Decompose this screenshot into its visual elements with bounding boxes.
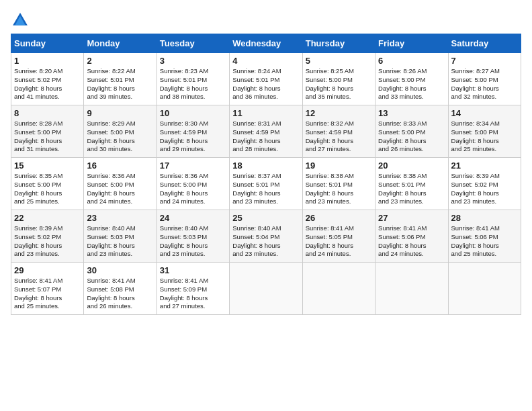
cell-info: Sunrise: 8:40 AMSunset: 5:03 PMDaylight:… (160, 224, 226, 259)
week-row-3: 15Sunrise: 8:35 AMSunset: 5:00 PMDayligh… (11, 158, 521, 210)
cell-info: Sunrise: 8:31 AMSunset: 4:59 PMDaylight:… (232, 120, 299, 154)
cell-info: Sunrise: 8:38 AMSunset: 5:01 PMDaylight:… (378, 172, 445, 206)
day-number: 14 (451, 108, 518, 118)
cell-info: Sunrise: 8:36 AMSunset: 5:00 PMDaylight:… (87, 172, 153, 206)
weekday-friday: Friday (375, 34, 448, 53)
calendar-cell: 30Sunrise: 8:41 AMSunset: 5:08 PMDayligh… (84, 263, 157, 315)
day-number: 4 (232, 56, 299, 66)
calendar-cell: 3Sunrise: 8:23 AMSunset: 5:01 PMDaylight… (157, 53, 229, 105)
week-row-2: 8Sunrise: 8:28 AMSunset: 5:00 PMDaylight… (11, 105, 521, 158)
calendar-cell: 4Sunrise: 8:24 AMSunset: 5:01 PMDaylight… (230, 53, 302, 105)
calendar-table: SundayMondayTuesdayWednesdayThursdayFrid… (11, 34, 521, 315)
cell-info: Sunrise: 8:41 AMSunset: 5:06 PMDaylight:… (378, 224, 445, 259)
weekday-sunday: Sunday (11, 34, 84, 53)
calendar-cell: 26Sunrise: 8:41 AMSunset: 5:05 PMDayligh… (302, 210, 375, 263)
week-row-4: 22Sunrise: 8:39 AMSunset: 5:02 PMDayligh… (11, 210, 521, 263)
weekday-header: SundayMondayTuesdayWednesdayThursdayFrid… (11, 34, 521, 53)
calendar-cell: 6Sunrise: 8:26 AMSunset: 5:00 PMDaylight… (375, 53, 448, 105)
logo-icon (11, 11, 30, 30)
calendar-cell: 17Sunrise: 8:36 AMSunset: 5:00 PMDayligh… (157, 158, 229, 210)
day-number: 9 (87, 108, 153, 118)
calendar-cell: 8Sunrise: 8:28 AMSunset: 5:00 PMDaylight… (11, 105, 84, 158)
calendar-cell: 14Sunrise: 8:34 AMSunset: 5:00 PMDayligh… (448, 105, 521, 158)
day-number: 13 (378, 108, 445, 118)
calendar-cell: 28Sunrise: 8:41 AMSunset: 5:06 PMDayligh… (448, 210, 521, 263)
day-number: 3 (160, 56, 226, 66)
weekday-monday: Monday (84, 34, 157, 53)
day-number: 28 (451, 213, 518, 223)
cell-info: Sunrise: 8:28 AMSunset: 5:00 PMDaylight:… (14, 120, 81, 154)
calendar-cell (230, 263, 302, 315)
day-number: 22 (14, 213, 81, 223)
calendar-cell (448, 263, 521, 315)
calendar-cell: 15Sunrise: 8:35 AMSunset: 5:00 PMDayligh… (11, 158, 84, 210)
calendar-cell: 10Sunrise: 8:30 AMSunset: 4:59 PMDayligh… (157, 105, 229, 158)
calendar-cell: 29Sunrise: 8:41 AMSunset: 5:07 PMDayligh… (11, 263, 84, 315)
cell-info: Sunrise: 8:37 AMSunset: 5:01 PMDaylight:… (232, 172, 299, 206)
calendar-cell: 5Sunrise: 8:25 AMSunset: 5:00 PMDaylight… (302, 53, 375, 105)
day-number: 11 (232, 108, 299, 118)
day-number: 18 (232, 161, 299, 171)
day-number: 15 (14, 161, 81, 171)
cell-info: Sunrise: 8:23 AMSunset: 5:01 PMDaylight:… (160, 67, 226, 101)
calendar-cell: 25Sunrise: 8:40 AMSunset: 5:04 PMDayligh… (230, 210, 302, 263)
cell-info: Sunrise: 8:26 AMSunset: 5:00 PMDaylight:… (378, 67, 445, 101)
cell-info: Sunrise: 8:39 AMSunset: 5:02 PMDaylight:… (451, 172, 518, 206)
calendar-cell: 21Sunrise: 8:39 AMSunset: 5:02 PMDayligh… (448, 158, 521, 210)
cell-info: Sunrise: 8:25 AMSunset: 5:00 PMDaylight:… (306, 67, 372, 101)
day-number: 20 (378, 161, 445, 171)
calendar-cell (302, 263, 375, 315)
calendar-cell: 22Sunrise: 8:39 AMSunset: 5:02 PMDayligh… (11, 210, 84, 263)
page-container: SundayMondayTuesdayWednesdayThursdayFrid… (0, 0, 532, 320)
cell-info: Sunrise: 8:41 AMSunset: 5:05 PMDaylight:… (306, 224, 372, 259)
day-number: 30 (87, 265, 153, 275)
cell-info: Sunrise: 8:24 AMSunset: 5:01 PMDaylight:… (232, 67, 299, 101)
cell-info: Sunrise: 8:36 AMSunset: 5:00 PMDaylight:… (160, 172, 226, 206)
weekday-saturday: Saturday (448, 34, 521, 53)
calendar-cell: 9Sunrise: 8:29 AMSunset: 5:00 PMDaylight… (84, 105, 157, 158)
calendar-cell: 7Sunrise: 8:27 AMSunset: 5:00 PMDaylight… (448, 53, 521, 105)
day-number: 23 (87, 213, 153, 223)
calendar-cell: 27Sunrise: 8:41 AMSunset: 5:06 PMDayligh… (375, 210, 448, 263)
cell-info: Sunrise: 8:35 AMSunset: 5:00 PMDaylight:… (14, 172, 81, 206)
weekday-wednesday: Wednesday (230, 34, 302, 53)
day-number: 25 (232, 213, 299, 223)
week-row-1: 1Sunrise: 8:20 AMSunset: 5:02 PMDaylight… (11, 53, 521, 105)
day-number: 8 (14, 108, 81, 118)
day-number: 21 (451, 161, 518, 171)
calendar-cell: 2Sunrise: 8:22 AMSunset: 5:01 PMDaylight… (84, 53, 157, 105)
day-number: 5 (306, 56, 372, 66)
day-number: 19 (306, 161, 372, 171)
calendar-cell: 16Sunrise: 8:36 AMSunset: 5:00 PMDayligh… (84, 158, 157, 210)
cell-info: Sunrise: 8:39 AMSunset: 5:02 PMDaylight:… (14, 224, 81, 259)
calendar-cell: 1Sunrise: 8:20 AMSunset: 5:02 PMDaylight… (11, 53, 84, 105)
weekday-tuesday: Tuesday (157, 34, 229, 53)
day-number: 6 (378, 56, 445, 66)
day-number: 29 (14, 265, 81, 275)
cell-info: Sunrise: 8:40 AMSunset: 5:03 PMDaylight:… (87, 224, 153, 259)
cell-info: Sunrise: 8:38 AMSunset: 5:01 PMDaylight:… (306, 172, 372, 206)
cell-info: Sunrise: 8:41 AMSunset: 5:09 PMDaylight:… (160, 277, 226, 311)
cell-info: Sunrise: 8:20 AMSunset: 5:02 PMDaylight:… (14, 67, 81, 101)
calendar-cell: 24Sunrise: 8:40 AMSunset: 5:03 PMDayligh… (157, 210, 229, 263)
cell-info: Sunrise: 8:29 AMSunset: 5:00 PMDaylight:… (87, 120, 153, 154)
weekday-thursday: Thursday (302, 34, 375, 53)
calendar-cell: 20Sunrise: 8:38 AMSunset: 5:01 PMDayligh… (375, 158, 448, 210)
calendar-body: 1Sunrise: 8:20 AMSunset: 5:02 PMDaylight… (11, 53, 521, 315)
day-number: 26 (306, 213, 372, 223)
calendar-cell: 11Sunrise: 8:31 AMSunset: 4:59 PMDayligh… (230, 105, 302, 158)
day-number: 16 (87, 161, 153, 171)
calendar-cell (375, 263, 448, 315)
cell-info: Sunrise: 8:32 AMSunset: 4:59 PMDaylight:… (306, 120, 372, 154)
cell-info: Sunrise: 8:30 AMSunset: 4:59 PMDaylight:… (160, 120, 226, 154)
cell-info: Sunrise: 8:40 AMSunset: 5:04 PMDaylight:… (232, 224, 299, 259)
cell-info: Sunrise: 8:41 AMSunset: 5:07 PMDaylight:… (14, 277, 81, 311)
calendar-cell: 31Sunrise: 8:41 AMSunset: 5:09 PMDayligh… (157, 263, 229, 315)
day-number: 17 (160, 161, 226, 171)
calendar-cell: 18Sunrise: 8:37 AMSunset: 5:01 PMDayligh… (230, 158, 302, 210)
day-number: 1 (14, 56, 81, 66)
cell-info: Sunrise: 8:22 AMSunset: 5:01 PMDaylight:… (87, 67, 153, 101)
cell-info: Sunrise: 8:41 AMSunset: 5:08 PMDaylight:… (87, 277, 153, 311)
calendar-cell: 12Sunrise: 8:32 AMSunset: 4:59 PMDayligh… (302, 105, 375, 158)
cell-info: Sunrise: 8:33 AMSunset: 5:00 PMDaylight:… (378, 120, 445, 154)
